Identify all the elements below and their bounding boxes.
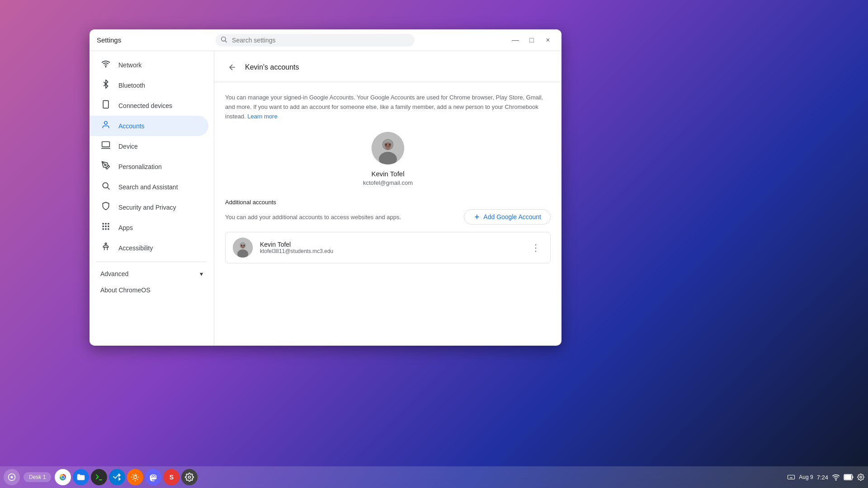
svg-point-42 <box>189 476 191 479</box>
learn-more-link[interactable]: Learn more <box>247 113 277 120</box>
person-icon <box>100 120 111 131</box>
desk-label: Desk 1 <box>29 474 46 480</box>
taskbar-date: Aug 9 <box>799 474 813 480</box>
taskbar-sketchup[interactable]: S <box>163 469 179 485</box>
svg-point-5 <box>104 122 108 125</box>
sidebar-item-accessibility-label: Accessibility <box>118 244 153 252</box>
additional-account-avatar <box>233 238 253 258</box>
search-magnifier-icon <box>100 181 111 192</box>
bluetooth-icon <box>100 80 111 91</box>
sidebar-item-search-assistant-label: Search and Assistant <box>118 183 178 191</box>
accounts-description: You can manage your signed-in Google Acc… <box>225 93 551 121</box>
svg-rect-12 <box>108 223 109 225</box>
svg-rect-14 <box>105 225 106 227</box>
taskbar-chrome[interactable] <box>55 469 71 485</box>
sidebar-item-search-assistant[interactable]: Search and Assistant <box>90 177 208 197</box>
taskbar-settings[interactable] <box>181 469 198 485</box>
add-account-description: You can add your additional accounts to … <box>225 214 401 221</box>
account-more-button[interactable]: ⋮ <box>528 240 543 255</box>
taskbar-debugger[interactable] <box>127 469 143 485</box>
sidebar-item-connected-devices-label: Connected devices <box>118 102 172 109</box>
sidebar-item-device-label: Device <box>118 143 138 150</box>
minimize-icon: — <box>512 36 519 44</box>
sidebar-item-accounts-label: Accounts <box>118 122 145 130</box>
taskbar-terminal[interactable] <box>91 469 107 485</box>
titlebar: Settings — □ × <box>90 29 561 51</box>
apps-icon <box>100 222 111 233</box>
status-settings-icon <box>857 474 864 481</box>
primary-account-avatar <box>372 132 404 164</box>
main-panel: Kevin's accounts You can manage your sig… <box>214 51 561 346</box>
maximize-button[interactable]: □ <box>525 34 538 47</box>
svg-point-0 <box>222 37 226 41</box>
shield-icon <box>100 202 111 213</box>
advanced-label: Advanced <box>100 270 128 277</box>
svg-point-25 <box>385 144 387 145</box>
svg-rect-13 <box>103 225 104 227</box>
sidebar: Network Bluetooth Connected devices <box>90 51 214 346</box>
additional-account-name: Kevin Tofel <box>260 241 521 248</box>
sidebar-about-chromeos[interactable]: About ChromeOS <box>90 282 214 298</box>
maximize-icon: □ <box>529 36 534 44</box>
sidebar-item-accessibility[interactable]: Accessibility <box>90 238 208 258</box>
sidebar-item-apps[interactable]: Apps <box>90 217 208 238</box>
svg-rect-11 <box>105 223 106 225</box>
battery-icon <box>844 474 854 480</box>
sidebar-advanced[interactable]: Advanced ▾ <box>90 266 214 282</box>
svg-point-26 <box>389 144 391 145</box>
window-controls: — □ × <box>509 34 554 47</box>
window-title: Settings <box>97 36 121 44</box>
svg-point-41 <box>134 476 137 479</box>
sidebar-item-personalization-label: Personalization <box>118 163 162 170</box>
sidebar-item-network-label: Network <box>118 61 142 69</box>
additional-account-item: Kevin Tofel ktofel3811@students.mc3.edu … <box>225 232 551 263</box>
primary-account: Kevin Tofel kctofel@gmail.com <box>225 132 551 186</box>
svg-point-52 <box>860 476 862 478</box>
taskbar: Desk 1 <box>0 466 868 488</box>
keyboard-icon <box>787 473 795 481</box>
tablet-icon <box>100 100 111 111</box>
taskbar-mastodon[interactable] <box>145 469 161 485</box>
add-google-account-label: Add Google Account <box>483 213 541 221</box>
add-google-account-button[interactable]: Add Google Account <box>464 209 551 225</box>
close-icon: × <box>546 36 550 44</box>
svg-rect-18 <box>108 228 109 230</box>
svg-point-7 <box>105 164 106 166</box>
panel-title: Kevin's accounts <box>245 63 299 71</box>
sidebar-item-accounts[interactable]: Accounts <box>90 116 208 136</box>
taskbar-files[interactable] <box>73 469 89 485</box>
minimize-button[interactable]: — <box>509 34 522 47</box>
svg-rect-6 <box>102 142 110 147</box>
svg-line-9 <box>108 188 110 190</box>
about-chromeos-label: About ChromeOS <box>100 286 151 294</box>
taskbar-status-area[interactable]: Aug 9 7:24 <box>787 473 864 481</box>
search-input[interactable] <box>216 34 415 47</box>
svg-rect-51 <box>844 475 851 479</box>
svg-point-31 <box>241 245 242 246</box>
sidebar-item-security-privacy[interactable]: Security and Privacy <box>90 197 208 217</box>
additional-account-email: ktofel3811@students.mc3.edu <box>260 248 521 254</box>
settings-window: Settings — □ × <box>90 29 561 346</box>
sidebar-item-bluetooth-label: Bluetooth <box>118 82 145 89</box>
more-icon: ⋮ <box>531 242 540 253</box>
wifi-status-icon <box>832 473 840 481</box>
sidebar-item-bluetooth[interactable]: Bluetooth <box>90 75 208 95</box>
svg-rect-10 <box>103 223 104 225</box>
sketchup-icon-label: S <box>170 474 174 481</box>
close-button[interactable]: × <box>542 34 554 47</box>
sidebar-item-device[interactable]: Device <box>90 136 208 156</box>
back-button[interactable] <box>225 60 240 75</box>
desk-button[interactable]: Desk 1 <box>24 472 51 482</box>
svg-point-8 <box>103 183 108 188</box>
launcher-button[interactable] <box>4 469 20 485</box>
sidebar-item-personalization[interactable]: Personalization <box>90 156 208 177</box>
sidebar-item-connected-devices[interactable]: Connected devices <box>90 95 208 116</box>
sidebar-item-network[interactable]: Network <box>90 55 208 75</box>
taskbar-time: 7:24 <box>817 474 828 481</box>
chevron-down-icon: ▾ <box>200 270 203 277</box>
svg-line-1 <box>225 41 227 42</box>
svg-point-39 <box>61 476 64 479</box>
taskbar-vscode[interactable] <box>109 469 125 485</box>
search-bar[interactable] <box>216 34 415 47</box>
accessibility-icon <box>100 242 111 253</box>
